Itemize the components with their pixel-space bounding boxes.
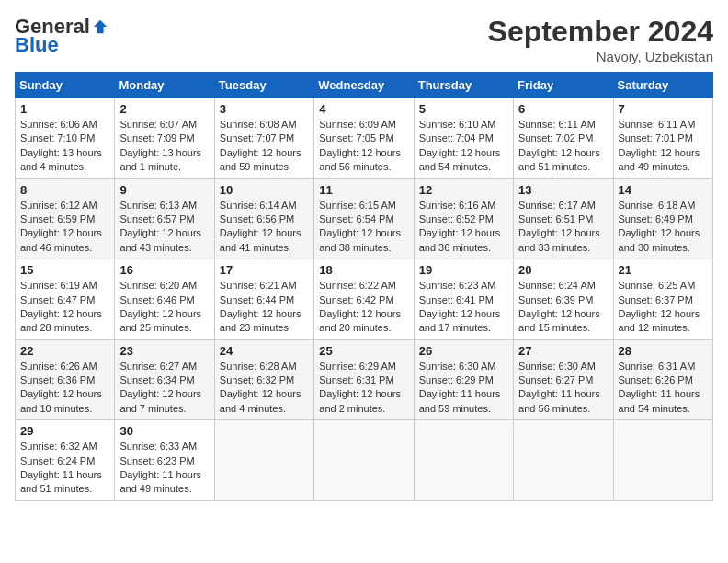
sunset-label: Sunset: 6:44 PM xyxy=(220,294,294,305)
day-info: Sunrise: 6:18 AM Sunset: 6:49 PM Dayligh… xyxy=(619,199,708,256)
sunset-label: Sunset: 6:24 PM xyxy=(20,455,95,466)
daylight-label: Daylight: 12 hours and 46 minutes. xyxy=(20,227,102,252)
sunset-label: Sunset: 6:49 PM xyxy=(619,213,693,224)
day-number: 8 xyxy=(20,183,109,197)
sunrise-label: Sunrise: 6:25 AM xyxy=(619,280,696,291)
sunset-label: Sunset: 6:59 PM xyxy=(20,213,95,224)
sunset-label: Sunset: 6:27 PM xyxy=(518,374,593,385)
day-number: 26 xyxy=(419,344,508,358)
day-number: 30 xyxy=(119,424,209,438)
calendar-day-header: Thursday xyxy=(414,73,513,98)
day-info: Sunrise: 6:12 AM Sunset: 6:59 PM Dayligh… xyxy=(20,199,109,256)
sunrise-label: Sunrise: 6:28 AM xyxy=(220,361,297,372)
daylight-label: Daylight: 12 hours and 30 minutes. xyxy=(619,227,700,252)
sunrise-label: Sunrise: 6:07 AM xyxy=(119,119,197,130)
day-info: Sunrise: 6:08 AM Sunset: 7:07 PM Dayligh… xyxy=(220,118,309,175)
calendar-cell: 24 Sunrise: 6:28 AM Sunset: 6:32 PM Dayl… xyxy=(214,339,313,420)
sunset-label: Sunset: 6:29 PM xyxy=(419,374,494,385)
calendar-cell: 26 Sunrise: 6:30 AM Sunset: 6:29 PM Dayl… xyxy=(414,339,513,420)
calendar-week-row: 8 Sunrise: 6:12 AM Sunset: 6:59 PM Dayli… xyxy=(16,178,713,259)
calendar-cell: 14 Sunrise: 6:18 AM Sunset: 6:49 PM Dayl… xyxy=(613,178,712,259)
calendar-cell: 2 Sunrise: 6:07 AM Sunset: 7:09 PM Dayli… xyxy=(115,98,214,179)
sunrise-label: Sunrise: 6:30 AM xyxy=(518,361,596,372)
day-number: 16 xyxy=(119,263,209,277)
calendar-day-header: Tuesday xyxy=(214,73,313,98)
daylight-label: Daylight: 12 hours and 7 minutes. xyxy=(119,388,201,413)
day-info: Sunrise: 6:27 AM Sunset: 6:34 PM Dayligh… xyxy=(119,360,209,417)
calendar-cell: 30 Sunrise: 6:33 AM Sunset: 6:23 PM Dayl… xyxy=(115,420,214,501)
day-number: 10 xyxy=(220,183,309,197)
daylight-label: Daylight: 12 hours and 59 minutes. xyxy=(220,147,301,172)
day-number: 2 xyxy=(119,102,209,116)
sunrise-label: Sunrise: 6:31 AM xyxy=(619,361,696,372)
sunrise-label: Sunrise: 6:14 AM xyxy=(220,200,297,211)
daylight-label: Daylight: 12 hours and 12 minutes. xyxy=(619,308,700,333)
sunset-label: Sunset: 6:52 PM xyxy=(419,213,494,224)
daylight-label: Daylight: 12 hours and 15 minutes. xyxy=(518,308,600,333)
calendar-cell: 9 Sunrise: 6:13 AM Sunset: 6:57 PM Dayli… xyxy=(115,178,214,259)
sunrise-label: Sunrise: 6:23 AM xyxy=(419,280,496,291)
sunrise-label: Sunrise: 6:19 AM xyxy=(20,280,97,291)
day-number: 9 xyxy=(119,183,209,197)
sunrise-label: Sunrise: 6:16 AM xyxy=(419,200,496,211)
day-number: 11 xyxy=(319,183,408,197)
day-number: 19 xyxy=(419,263,508,277)
daylight-label: Daylight: 12 hours and 20 minutes. xyxy=(319,308,401,333)
calendar-cell: 29 Sunrise: 6:32 AM Sunset: 6:24 PM Dayl… xyxy=(16,420,115,501)
sunset-label: Sunset: 7:01 PM xyxy=(619,132,693,144)
calendar-cell: 8 Sunrise: 6:12 AM Sunset: 6:59 PM Dayli… xyxy=(16,178,115,259)
day-number: 12 xyxy=(419,183,508,197)
calendar-day-header: Monday xyxy=(115,73,214,98)
logo-icon xyxy=(92,18,108,35)
calendar-cell: 16 Sunrise: 6:20 AM Sunset: 6:46 PM Dayl… xyxy=(115,259,214,340)
daylight-label: Daylight: 11 hours and 51 minutes. xyxy=(20,469,102,494)
sunset-label: Sunset: 6:26 PM xyxy=(619,374,693,385)
day-info: Sunrise: 6:30 AM Sunset: 6:29 PM Dayligh… xyxy=(419,360,508,417)
calendar-cell: 27 Sunrise: 6:30 AM Sunset: 6:27 PM Dayl… xyxy=(514,339,613,420)
sunrise-label: Sunrise: 6:22 AM xyxy=(319,280,396,291)
sunset-label: Sunset: 6:31 PM xyxy=(319,374,393,385)
calendar-cell xyxy=(613,420,712,501)
calendar-day-header: Friday xyxy=(514,73,613,98)
sunset-label: Sunset: 6:39 PM xyxy=(518,294,593,305)
calendar-cell: 12 Sunrise: 6:16 AM Sunset: 6:52 PM Dayl… xyxy=(414,178,513,259)
sunset-label: Sunset: 7:02 PM xyxy=(518,132,593,144)
calendar-cell: 19 Sunrise: 6:23 AM Sunset: 6:41 PM Dayl… xyxy=(414,259,513,340)
calendar-week-row: 1 Sunrise: 6:06 AM Sunset: 7:10 PM Dayli… xyxy=(16,98,713,179)
day-info: Sunrise: 6:26 AM Sunset: 6:36 PM Dayligh… xyxy=(20,360,109,417)
daylight-label: Daylight: 12 hours and 4 minutes. xyxy=(220,388,301,413)
day-info: Sunrise: 6:29 AM Sunset: 6:31 PM Dayligh… xyxy=(319,360,408,417)
logo-blue-text: Blue xyxy=(15,33,59,57)
sunrise-label: Sunrise: 6:26 AM xyxy=(20,361,97,372)
sunrise-label: Sunrise: 6:11 AM xyxy=(518,119,596,130)
sunrise-label: Sunrise: 6:06 AM xyxy=(20,119,97,130)
sunset-label: Sunset: 7:07 PM xyxy=(220,132,294,144)
sunrise-label: Sunrise: 6:27 AM xyxy=(119,361,197,372)
calendar-week-row: 15 Sunrise: 6:19 AM Sunset: 6:47 PM Dayl… xyxy=(16,259,713,340)
sunset-label: Sunset: 6:41 PM xyxy=(419,294,494,305)
day-number: 6 xyxy=(518,102,608,116)
calendar-cell xyxy=(514,420,613,501)
daylight-label: Daylight: 13 hours and 4 minutes. xyxy=(20,147,102,172)
daylight-label: Daylight: 12 hours and 28 minutes. xyxy=(20,308,102,333)
calendar-cell: 25 Sunrise: 6:29 AM Sunset: 6:31 PM Dayl… xyxy=(314,339,414,420)
sunrise-label: Sunrise: 6:13 AM xyxy=(119,200,197,211)
sunset-label: Sunset: 6:32 PM xyxy=(220,374,294,385)
daylight-label: Daylight: 12 hours and 54 minutes. xyxy=(419,147,501,172)
sunrise-label: Sunrise: 6:15 AM xyxy=(319,200,396,211)
title-block: September 2024 Navoiy, Uzbekistan xyxy=(488,15,713,64)
calendar-cell xyxy=(414,420,513,501)
day-info: Sunrise: 6:14 AM Sunset: 6:56 PM Dayligh… xyxy=(220,199,309,256)
sunset-label: Sunset: 6:56 PM xyxy=(220,213,294,224)
day-info: Sunrise: 6:06 AM Sunset: 7:10 PM Dayligh… xyxy=(20,118,109,175)
calendar-cell: 15 Sunrise: 6:19 AM Sunset: 6:47 PM Dayl… xyxy=(16,259,115,340)
day-info: Sunrise: 6:20 AM Sunset: 6:46 PM Dayligh… xyxy=(119,279,209,336)
calendar-cell: 11 Sunrise: 6:15 AM Sunset: 6:54 PM Dayl… xyxy=(314,178,414,259)
calendar-day-header: Wednesday xyxy=(314,73,414,98)
sunset-label: Sunset: 7:04 PM xyxy=(419,132,494,144)
day-info: Sunrise: 6:15 AM Sunset: 6:54 PM Dayligh… xyxy=(319,199,408,256)
sunrise-label: Sunrise: 6:33 AM xyxy=(119,441,197,452)
sunrise-label: Sunrise: 6:09 AM xyxy=(319,119,396,130)
daylight-label: Daylight: 12 hours and 56 minutes. xyxy=(319,147,401,172)
sunrise-label: Sunrise: 6:08 AM xyxy=(220,119,297,130)
